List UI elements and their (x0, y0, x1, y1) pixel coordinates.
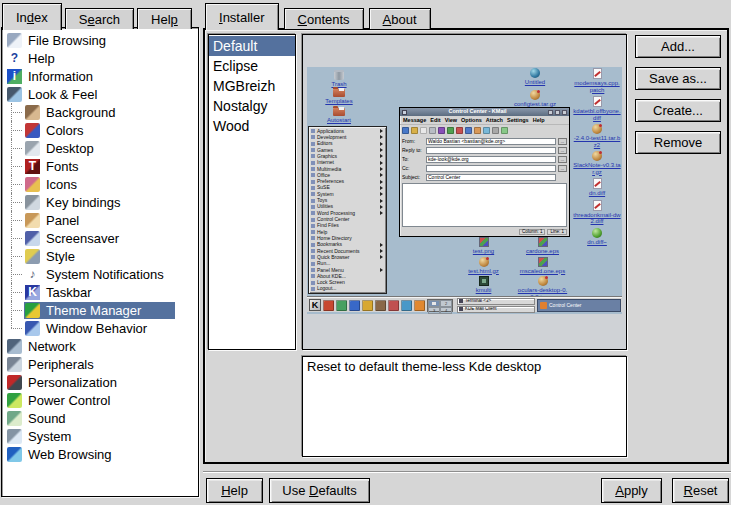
sidebar-item-file-browsing[interactable]: File Browsing (2, 31, 198, 49)
kmenu-item-icon (311, 167, 315, 171)
kmail-field-label: Reply to: (402, 148, 424, 153)
kmenu-item-label: SuSE (317, 185, 330, 190)
kmenu-item-icon (311, 236, 315, 240)
tab-installer[interactable]: Installer (205, 3, 279, 30)
kmenu-item-icon (311, 142, 315, 146)
theme-wood[interactable]: Wood (209, 116, 295, 136)
sidebar-item-system-notifications[interactable]: ♪System Notifications (2, 265, 198, 283)
sidebar-item-icons[interactable]: Icons (2, 175, 198, 193)
desktop-icon-untitled: Untitled (513, 68, 557, 86)
theme-nostalgy[interactable]: Nostalgy (209, 96, 295, 116)
tree-item-highlight: ♪System Notifications (24, 266, 168, 283)
reset-button[interactable]: Reset (672, 478, 729, 503)
kmail-titlebar: Control Center - KMail (400, 108, 569, 116)
sidebar-item-window-behavior[interactable]: Window Behavior (2, 319, 198, 337)
tree-item-label: System Notifications (46, 267, 164, 282)
sidebar-item-taskbar[interactable]: KTaskbar (2, 283, 198, 301)
tab-about[interactable]: About (369, 8, 431, 29)
folder-icon (333, 108, 345, 116)
desktop-icon-threadonkmail-dw2-diff: threadonkmail-dw2.diff (573, 200, 621, 225)
button-save-as[interactable]: Save as... (635, 67, 721, 90)
sidebar-item-system[interactable]: System (2, 427, 198, 445)
help-button[interactable]: Help (206, 478, 263, 503)
kmail-field-row: From: Waldo Bastian <bastian@kde.org> ..… (402, 137, 567, 145)
key-bindings-icon (25, 195, 40, 210)
window-behavior-icon (25, 321, 40, 336)
desktop-icon-configtest-tar-gz: configtest.tar.gz (513, 90, 557, 108)
kmail-field-row: Cc: ... (402, 164, 567, 172)
kmenu-item-icon (311, 268, 315, 272)
sidebar-item-web-browsing[interactable]: Web Browsing (2, 445, 198, 463)
sidebar-item-look-feel[interactable]: Look & Feel (2, 85, 198, 103)
sound-icon (7, 411, 22, 426)
theme-label: Eclipse (213, 58, 258, 74)
kmenu-item-label: Word Processing (317, 211, 355, 216)
style-icon (25, 249, 40, 264)
tab-label: Installer (219, 10, 265, 25)
tree-item-label: Style (46, 249, 75, 264)
sidebar-item-colors[interactable]: Colors (2, 121, 198, 139)
button-label: Apply (615, 483, 648, 498)
desktop-icon-label: test.png (473, 248, 494, 255)
kmenu-item-label: Logout... (317, 286, 336, 291)
use-defaults-button[interactable]: Use Defaults (269, 478, 370, 503)
sidebar-item-background[interactable]: Background (2, 103, 198, 121)
kmenu-item-label: Panel Menu (317, 268, 344, 273)
sidebar-item-fonts[interactable]: TFonts (2, 157, 198, 175)
sidebar-item-theme-manager[interactable]: Theme Manager (2, 301, 198, 319)
kmail-header-fields: From: Waldo Bastian <bastian@kde.org> ..… (400, 136, 569, 182)
kmenu-item-label: Recent Documents (317, 249, 360, 254)
tab-search[interactable]: Search (65, 8, 134, 29)
kmail-field-input: kde-look@kde.org (426, 156, 556, 163)
sidebar-item-screensaver[interactable]: Screensaver (2, 229, 198, 247)
tree-item-highlight: Power Control (6, 392, 114, 409)
mail-menu-edit: Edit (430, 117, 440, 123)
tab-help[interactable]: Help (137, 8, 192, 29)
sidebar-item-peripherals[interactable]: Peripherals (2, 355, 198, 373)
button-add[interactable]: Add... (635, 35, 721, 58)
tree-item-label: Desktop (46, 141, 94, 156)
button-remove[interactable]: Remove (635, 131, 721, 154)
pager-cell: 3 (428, 307, 440, 314)
theme-eclipse[interactable]: Eclipse (209, 56, 295, 76)
kmenu-item-label: Graphics (317, 154, 337, 159)
panel-icon (25, 213, 40, 228)
mail-menu-label: Options (461, 117, 482, 123)
close-icon (562, 110, 567, 115)
kmenu-item-icon (311, 135, 315, 139)
background-icon (25, 105, 40, 120)
sidebar-item-personalization[interactable]: Personalization (2, 373, 198, 391)
theme-preview-image: Trash Templates Autostart Applications (307, 67, 622, 314)
kmenu-item-label: Home Directory (317, 236, 352, 241)
sidebar-item-panel[interactable]: Panel (2, 211, 198, 229)
desktop-icon-label: test.html.gz (468, 268, 499, 275)
sidebar-item-desktop[interactable]: Desktop (2, 139, 198, 157)
kmail-toolbar-icon (465, 127, 472, 134)
sidebar-item-key-bindings[interactable]: Key bindings (2, 193, 198, 211)
theme-description-text: Reset to default theme-less Kde desktop (307, 359, 541, 374)
mail-menu-label: Attach (486, 117, 503, 123)
image-file-icon (479, 237, 489, 247)
address-picker-button: ... (558, 138, 567, 145)
sidebar-item-information[interactable]: iInformation (2, 67, 198, 85)
button-create[interactable]: Create... (635, 99, 721, 122)
sidebar-item-style[interactable]: Style (2, 247, 198, 265)
mail-menu-label: Edit (430, 117, 440, 123)
tab-contents[interactable]: Contents (284, 8, 364, 29)
kmenu-item-icon (311, 249, 315, 253)
folder-icon (333, 89, 345, 97)
tab-index[interactable]: Index (2, 3, 62, 30)
tree-item-label: Network (28, 339, 76, 354)
kmenu-item-label: Editors (317, 141, 333, 146)
theme-default[interactable]: Default (209, 36, 295, 56)
kmenu-item-icon (311, 281, 315, 285)
mail-menu-label: Help (533, 117, 545, 123)
sidebar-item-sound[interactable]: Sound (2, 409, 198, 427)
theme-mgbreizh[interactable]: MGBreizh (209, 76, 295, 96)
sidebar-item-power-control[interactable]: Power Control (2, 391, 198, 409)
apply-button[interactable]: Apply (601, 478, 662, 503)
sidebar-item-network[interactable]: Network (2, 337, 198, 355)
pager-cell-number: 4 (445, 308, 447, 313)
sidebar-item-help[interactable]: ?Help (2, 49, 198, 67)
task-label: Control Center (549, 302, 582, 308)
